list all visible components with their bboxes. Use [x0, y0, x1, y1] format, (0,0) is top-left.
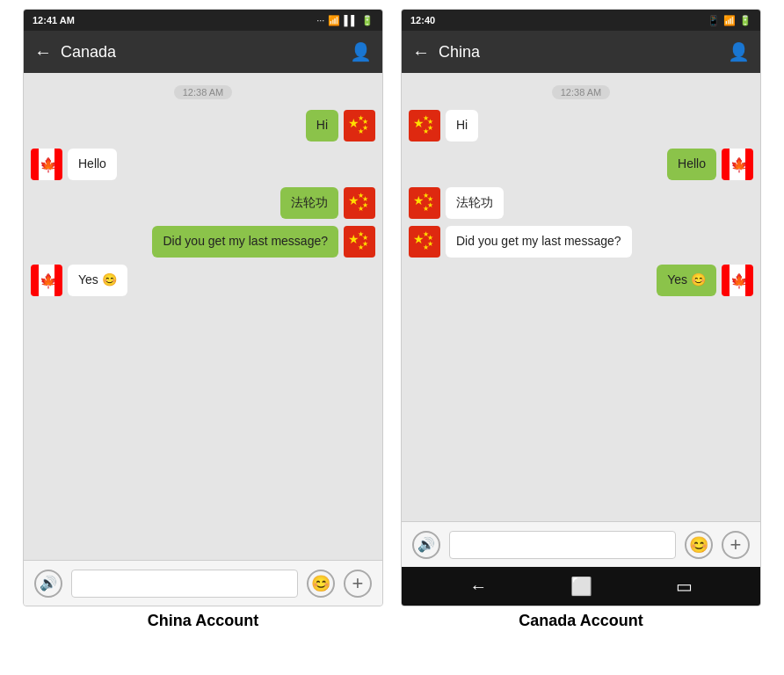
- china-flag-1: ★ ★ ★ ★ ★: [344, 110, 375, 142]
- right-msg-1: ★ ★ ★ ★ ★ Hi: [409, 110, 753, 142]
- right-msg-5: 🍁 Yes 😊: [409, 265, 753, 296]
- right-canada-flag-1: 🍁: [722, 149, 753, 180]
- phones-container: 12:41 AM ··· 📶 ▌▌ 🔋 ← Canada 👤 12:38 AM: [0, 0, 784, 630]
- right-china-flag-1: ★ ★ ★ ★ ★: [409, 110, 440, 142]
- left-app-bar: ← Canada 👤: [24, 31, 382, 73]
- left-msg-3: ★ ★ ★ ★ ★ 法轮功: [31, 187, 375, 219]
- right-bubble-3: 法轮功: [446, 187, 504, 219]
- svg-rect-49: [722, 265, 730, 296]
- left-back-button[interactable]: ←: [34, 42, 52, 62]
- svg-text:🍁: 🍁: [730, 272, 748, 289]
- left-bubble-4: Did you get my last message?: [152, 226, 338, 258]
- right-app-bar: ← China 👤: [402, 31, 760, 73]
- phone-icon: 📱: [708, 15, 720, 26]
- right-china-flag-2: ★ ★ ★ ★ ★: [409, 187, 440, 219]
- right-text-input[interactable]: [449, 531, 676, 559]
- left-time: 12:41 AM: [33, 15, 75, 25]
- android-back-button[interactable]: ←: [469, 577, 487, 597]
- right-status-icons: 📱 📶 🔋: [708, 15, 751, 26]
- left-timestamp: 12:38 AM: [174, 85, 232, 99]
- svg-text:★: ★: [423, 127, 429, 135]
- left-phone-wrapper: 12:41 AM ··· 📶 ▌▌ 🔋 ← Canada 👤 12:38 AM: [23, 9, 383, 630]
- left-voice-button[interactable]: 🔊: [34, 570, 62, 598]
- battery-icon-r: 🔋: [739, 15, 751, 26]
- right-canada-flag-2: 🍁: [722, 265, 753, 296]
- left-caption: China Account: [148, 612, 258, 630]
- right-chat-title: China: [439, 43, 719, 62]
- svg-text:★: ★: [358, 127, 364, 135]
- left-status-icons: ··· 📶 ▌▌ 🔋: [316, 15, 374, 26]
- right-contact-icon[interactable]: 👤: [728, 41, 750, 62]
- left-chat-area: 12:38 AM ★ ★ ★ ★ ★ Hi: [24, 73, 382, 560]
- left-msg-4: ★ ★ ★ ★ ★ Did you get my last message?: [31, 226, 375, 258]
- left-bubble-2: Hello: [68, 149, 117, 180]
- left-status-bar: 12:41 AM ··· 📶 ▌▌ 🔋: [24, 10, 382, 31]
- canada-flag-1: 🍁: [31, 149, 62, 180]
- left-msg-5: 🍁 Yes 😊: [31, 265, 375, 296]
- right-caption: Canada Account: [519, 612, 642, 630]
- right-bubble-1: Hi: [446, 110, 478, 142]
- right-phone: 12:40 📱 📶 🔋 ← China 👤 12:38 AM: [401, 9, 761, 606]
- left-text-input[interactable]: [71, 570, 298, 598]
- right-msg-2: 🍁 Hello: [409, 149, 753, 180]
- left-msg-1: ★ ★ ★ ★ ★ Hi: [31, 110, 375, 142]
- svg-text:★: ★: [423, 243, 429, 251]
- right-bottom-bar: 🔊 😊 +: [402, 521, 760, 567]
- svg-rect-23: [31, 265, 39, 296]
- china-flag-2: ★ ★ ★ ★ ★: [344, 187, 375, 219]
- left-chat-title: Canada: [61, 43, 341, 62]
- right-bubble-2: Hello: [667, 149, 716, 180]
- wifi-icon: 📶: [328, 15, 340, 26]
- right-timestamp: 12:38 AM: [552, 85, 610, 99]
- left-emoji-button[interactable]: 😊: [307, 570, 335, 598]
- left-msg-2: 🍁 Hello: [31, 149, 375, 180]
- svg-text:🍁: 🍁: [40, 272, 57, 289]
- svg-text:🍁: 🍁: [40, 156, 57, 173]
- left-bubble-5: Yes 😊: [68, 265, 127, 296]
- china-flag-3: ★ ★ ★ ★ ★: [344, 226, 375, 258]
- right-bubble-5: Yes 😊: [657, 265, 716, 296]
- svg-rect-7: [31, 149, 39, 180]
- right-back-button[interactable]: ←: [412, 42, 430, 62]
- canada-flag-2: 🍁: [31, 265, 62, 296]
- svg-rect-33: [722, 149, 730, 180]
- left-contact-icon[interactable]: 👤: [350, 41, 372, 62]
- left-phone: 12:41 AM ··· 📶 ▌▌ 🔋 ← Canada 👤 12:38 AM: [23, 9, 383, 606]
- right-msg-3: ★ ★ ★ ★ ★ 法轮功: [409, 187, 753, 219]
- right-emoji-button[interactable]: 😊: [685, 531, 713, 559]
- svg-text:★: ★: [358, 205, 364, 213]
- android-recents-button[interactable]: ▭: [676, 576, 693, 597]
- left-bubble-3: 法轮功: [280, 187, 338, 219]
- right-china-flag-3: ★ ★ ★ ★ ★: [409, 226, 440, 258]
- right-android-nav: ← ⬜ ▭: [402, 567, 760, 606]
- left-bubble-1: Hi: [306, 110, 338, 142]
- right-phone-wrapper: 12:40 📱 📶 🔋 ← China 👤 12:38 AM: [401, 9, 761, 630]
- svg-text:★: ★: [423, 205, 429, 213]
- svg-text:★: ★: [358, 243, 364, 251]
- right-bubble-4: Did you get my last message?: [446, 226, 632, 258]
- right-time: 12:40: [410, 15, 435, 25]
- wifi-icon-r: 📶: [723, 15, 736, 26]
- left-add-button[interactable]: +: [344, 570, 372, 598]
- left-bottom-bar: 🔊 😊 +: [24, 560, 382, 606]
- right-chat-area: 12:38 AM ★ ★ ★ ★ ★ Hi: [402, 73, 760, 521]
- right-add-button[interactable]: +: [722, 531, 750, 559]
- right-msg-4: ★ ★ ★ ★ ★ Did you get my last message?: [409, 226, 753, 258]
- signal-icon: ▌▌: [344, 15, 358, 25]
- android-home-button[interactable]: ⬜: [570, 576, 592, 597]
- right-voice-button[interactable]: 🔊: [412, 531, 440, 559]
- dots-icon: ···: [316, 15, 324, 25]
- svg-text:🍁: 🍁: [730, 156, 748, 173]
- battery-icon: 🔋: [361, 15, 374, 26]
- right-status-bar: 12:40 📱 📶 🔋: [402, 10, 760, 31]
